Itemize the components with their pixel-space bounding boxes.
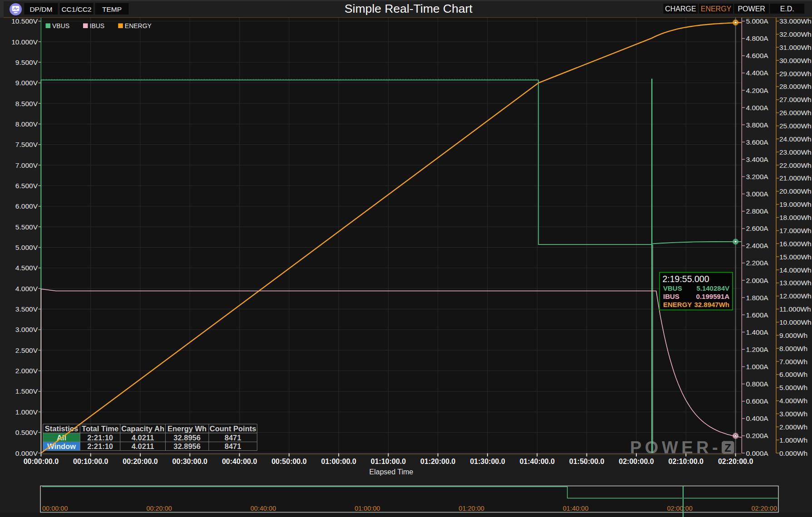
svg-text:01:50:00.0: 01:50:00.0 — [569, 458, 604, 465]
svg-text:28.000Wh: 28.000Wh — [779, 83, 812, 90]
svg-text:5.000A: 5.000A — [746, 17, 769, 25]
svg-text:30.000Wh: 30.000Wh — [779, 57, 812, 64]
svg-text:12.000Wh: 12.000Wh — [779, 292, 812, 300]
svg-text:3.600A: 3.600A — [746, 138, 769, 146]
svg-text:6.000V: 6.000V — [15, 202, 38, 210]
svg-text:00:50:00.0: 00:50:00.0 — [271, 458, 306, 465]
svg-text:3.200A: 3.200A — [746, 173, 769, 180]
svg-text:Count Points: Count Points — [210, 424, 256, 433]
svg-text:00:40:00: 00:40:00 — [251, 505, 276, 512]
svg-text:Simple Real-Time Chart: Simple Real-Time Chart — [344, 2, 472, 15]
svg-text:02:00:00.0: 02:00:00.0 — [619, 458, 654, 465]
svg-text:2:21:10: 2:21:10 — [87, 434, 113, 442]
svg-text:7.500V: 7.500V — [15, 141, 38, 148]
svg-text:ENERGY: ENERGY — [125, 22, 152, 29]
svg-text:21.000Wh: 21.000Wh — [779, 174, 812, 182]
svg-text:8471: 8471 — [225, 442, 241, 450]
svg-text:0.000V: 0.000V — [15, 449, 38, 457]
svg-text:1.800A: 1.800A — [746, 294, 769, 302]
svg-text:3.800A: 3.800A — [746, 121, 769, 129]
svg-text:0.000A: 0.000A — [746, 449, 769, 457]
svg-text:01:00:00.0: 01:00:00.0 — [321, 458, 356, 465]
svg-text:00:20:00: 00:20:00 — [146, 505, 172, 512]
svg-text:27.000Wh: 27.000Wh — [779, 96, 812, 103]
svg-text:4.400A: 4.400A — [746, 69, 769, 77]
svg-text:3.000V: 3.000V — [15, 326, 38, 333]
svg-text:16.000Wh: 16.000Wh — [779, 240, 812, 248]
svg-text:0.199591A: 0.199591A — [696, 293, 730, 300]
svg-text:17.000Wh: 17.000Wh — [779, 227, 812, 234]
svg-text:4.000A: 4.000A — [746, 104, 769, 112]
svg-text:01:40:00: 01:40:00 — [563, 505, 588, 512]
svg-text:10.000V: 10.000V — [11, 38, 38, 46]
svg-text:00:30:00.0: 00:30:00.0 — [172, 458, 207, 465]
svg-text:19.000Wh: 19.000Wh — [779, 200, 812, 208]
svg-text:01:40:00.0: 01:40:00.0 — [520, 458, 555, 465]
svg-text:6.000Wh: 6.000Wh — [779, 371, 807, 378]
svg-text:4.0211: 4.0211 — [132, 434, 154, 442]
svg-text:DP/DM: DP/DM — [30, 5, 52, 13]
svg-text:1.000V: 1.000V — [15, 408, 38, 416]
svg-text:3.000Wh: 3.000Wh — [779, 410, 807, 418]
svg-text:4.500V: 4.500V — [15, 264, 38, 272]
svg-text:10.000Wh: 10.000Wh — [779, 318, 812, 326]
svg-text:01:30:00.0: 01:30:00.0 — [470, 458, 505, 465]
svg-text:2.500V: 2.500V — [15, 346, 38, 354]
svg-text:00:20:00.0: 00:20:00.0 — [123, 458, 157, 465]
svg-text:Capacity Ah: Capacity Ah — [121, 424, 164, 433]
svg-text:33.000Wh: 33.000Wh — [779, 17, 812, 25]
svg-text:6.500V: 6.500V — [15, 182, 38, 190]
svg-text:0.200A: 0.200A — [746, 432, 769, 439]
svg-text:13.000Wh: 13.000Wh — [779, 279, 812, 287]
svg-text:26.000Wh: 26.000Wh — [779, 109, 812, 117]
svg-text:9.000V: 9.000V — [15, 79, 38, 87]
svg-text:2.000V: 2.000V — [15, 367, 38, 375]
svg-text:Total Time: Total Time — [82, 424, 118, 433]
svg-text:CHARGE: CHARGE — [665, 5, 696, 13]
svg-text:2:19:55.000: 2:19:55.000 — [663, 274, 709, 284]
svg-text:Window: Window — [47, 442, 76, 450]
svg-text:5.000V: 5.000V — [15, 244, 38, 251]
svg-text:7.000Wh: 7.000Wh — [779, 358, 807, 366]
svg-text:1.200A: 1.200A — [746, 346, 769, 353]
svg-text:00:10:00.0: 00:10:00.0 — [73, 458, 108, 465]
svg-text:02:20:00: 02:20:00 — [752, 505, 777, 512]
svg-text:00:00:00.0: 00:00:00.0 — [24, 458, 59, 465]
svg-text:32.8956: 32.8956 — [173, 442, 201, 450]
svg-text:0.800A: 0.800A — [746, 380, 769, 388]
svg-text:TEMP: TEMP — [102, 5, 122, 13]
svg-text:4.800A: 4.800A — [746, 34, 769, 42]
svg-text:02:00:00: 02:00:00 — [667, 505, 692, 512]
svg-text:1.400A: 1.400A — [746, 328, 769, 336]
svg-text:2.400A: 2.400A — [746, 242, 769, 249]
svg-text:10.500V: 10.500V — [11, 17, 38, 25]
svg-text:01:10:00.0: 01:10:00.0 — [371, 458, 406, 465]
svg-text:24.000Wh: 24.000Wh — [779, 135, 812, 143]
svg-text:01:20:00.0: 01:20:00.0 — [420, 458, 455, 465]
svg-text:4.600A: 4.600A — [746, 52, 769, 59]
svg-text:14.000Wh: 14.000Wh — [779, 266, 812, 274]
svg-text:2.600A: 2.600A — [746, 224, 769, 232]
svg-text:0.400A: 0.400A — [746, 415, 769, 422]
svg-text:2.000A: 2.000A — [746, 277, 769, 284]
svg-text:1.000A: 1.000A — [746, 363, 769, 371]
svg-text:31.000Wh: 31.000Wh — [779, 44, 812, 51]
svg-text:23.000Wh: 23.000Wh — [779, 148, 812, 156]
svg-text:ENERGY: ENERGY — [701, 5, 732, 13]
svg-text:3.000A: 3.000A — [746, 190, 769, 198]
svg-text:2.800A: 2.800A — [746, 207, 769, 215]
svg-text:VBUS: VBUS — [52, 22, 69, 29]
svg-text:8.000V: 8.000V — [15, 120, 38, 128]
svg-text:POWER-: POWER- — [630, 438, 721, 457]
svg-text:8.000Wh: 8.000Wh — [779, 345, 807, 352]
svg-text:32.8956: 32.8956 — [173, 434, 201, 442]
svg-text:2:21:10: 2:21:10 — [87, 442, 113, 450]
svg-text:1.500V: 1.500V — [15, 387, 38, 395]
svg-text:POWER: POWER — [738, 5, 765, 13]
svg-text:4.200A: 4.200A — [746, 87, 769, 94]
svg-text:8.500V: 8.500V — [15, 100, 38, 107]
svg-text:29.000Wh: 29.000Wh — [779, 70, 812, 78]
svg-text:15.000Wh: 15.000Wh — [779, 253, 812, 261]
svg-text:02:10:00.0: 02:10:00.0 — [669, 458, 704, 465]
svg-text:4.000V: 4.000V — [15, 285, 38, 293]
